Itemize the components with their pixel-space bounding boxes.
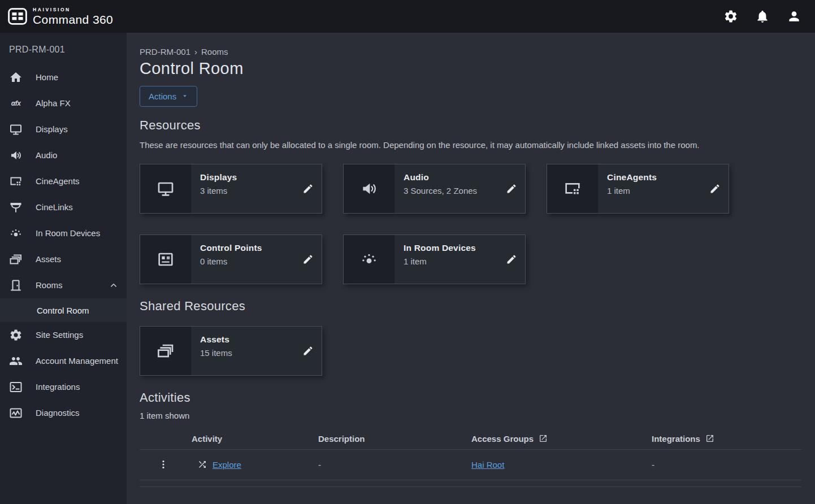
sidebar-item-label: Diagnostics	[36, 408, 80, 419]
rooms-icon	[9, 279, 23, 292]
resource-card-in-room-devices: In Room Devices 1 item	[343, 234, 526, 284]
chevron-up-icon	[109, 280, 119, 290]
card-body: CineAgents 1 item	[598, 164, 729, 213]
in-room-device-icon	[9, 227, 23, 240]
user-menu-button[interactable]	[787, 9, 801, 24]
resources-description: These are resources that can only be all…	[140, 138, 790, 151]
sidebar-item-label: CineLinks	[36, 202, 73, 213]
sidebar: PRD-RM-001 Home αfx Alpha FX Displays Au…	[0, 33, 127, 504]
card-body: In Room Devices 1 item	[395, 235, 525, 284]
card-title: Control Points	[200, 243, 297, 253]
topbar-actions	[723, 9, 801, 24]
sidebar-item-rooms[interactable]: Rooms	[0, 272, 127, 298]
sidebar-nav: Home αfx Alpha FX Displays Audio CineAge…	[0, 64, 127, 426]
activity-row: Explore - Hai Root -	[140, 450, 801, 480]
row-menu-button[interactable]	[140, 459, 169, 470]
card-subtitle: 1 item	[607, 186, 704, 195]
edit-displays-button[interactable]	[302, 183, 314, 194]
terminal-icon	[9, 380, 23, 394]
sidebar-item-label: Account Management	[36, 356, 118, 367]
sidebar-item-site-settings[interactable]: Site Settings	[0, 322, 127, 348]
card-title: In Room Devices	[404, 243, 500, 253]
card-subtitle: 3 items	[200, 186, 297, 195]
caret-down-icon	[181, 93, 188, 99]
sidebar-item-cinelinks[interactable]: CineLinks	[0, 194, 127, 220]
resources-cards: Displays 3 items Audio 3 Sources, 2 Zone…	[140, 164, 801, 284]
sidebar-item-diagnostics[interactable]: Diagnostics	[0, 400, 127, 426]
in-room-device-icon	[344, 235, 395, 284]
card-body: Assets 15 items	[191, 327, 322, 375]
breadcrumb-separator: ›	[194, 47, 197, 57]
pencil-icon	[506, 254, 517, 265]
assets-icon	[9, 253, 23, 266]
settings-button[interactable]	[723, 9, 738, 24]
edit-in-room-devices-button[interactable]	[506, 254, 517, 265]
card-body: Audio 3 Sources, 2 Zones	[395, 164, 525, 213]
brand-text: HAIVISION Command 360	[33, 7, 113, 26]
page-title: Control Room	[140, 60, 801, 78]
card-subtitle: 1 item	[404, 257, 500, 266]
open-access-groups-button[interactable]	[539, 434, 548, 443]
card-subtitle: 3 Sources, 2 Zones	[404, 186, 500, 195]
notifications-button[interactable]	[755, 9, 770, 24]
column-integrations: Integrations	[652, 434, 801, 444]
sidebar-item-home[interactable]: Home	[0, 64, 127, 90]
site-label: PRD-RM-001	[0, 33, 127, 64]
edit-control-points-button[interactable]	[302, 254, 314, 265]
sidebar-item-label: Audio	[36, 150, 57, 161]
breadcrumb-current[interactable]: Rooms	[201, 47, 228, 57]
column-activity: Activity	[192, 434, 318, 444]
sidebar-item-label: Home	[36, 72, 58, 83]
actions-button[interactable]: Actions	[140, 86, 197, 107]
sidebar-item-label: Alpha FX	[36, 98, 71, 109]
explore-icon	[197, 459, 207, 470]
gear-icon	[723, 9, 738, 24]
kebab-icon	[158, 459, 169, 470]
activities-count: 1 item shown	[140, 411, 801, 420]
sidebar-item-control-room[interactable]: Control Room	[0, 298, 127, 322]
sidebar-item-account-management[interactable]: Account Management	[0, 348, 127, 374]
pencil-icon	[709, 183, 721, 194]
external-link-icon	[539, 434, 548, 443]
edit-audio-button[interactable]	[506, 183, 517, 194]
sidebar-item-in-room-devices[interactable]: In Room Devices	[0, 220, 127, 246]
card-title: Audio	[404, 172, 500, 183]
activity-cell: Explore	[192, 459, 318, 470]
pencil-icon	[302, 254, 314, 265]
column-access-groups: Access Groups	[471, 434, 652, 444]
description-cell: -	[318, 460, 471, 470]
shared-resources-cards: Assets 15 items	[140, 326, 801, 376]
brand: HAIVISION Command 360	[7, 7, 113, 26]
sidebar-item-assets[interactable]: Assets	[0, 246, 127, 272]
card-body: Control Points 0 items	[191, 235, 322, 284]
sidebar-item-integrations[interactable]: Integrations	[0, 374, 127, 400]
sidebar-item-audio[interactable]: Audio	[0, 142, 127, 168]
card-subtitle: 0 items	[200, 257, 297, 266]
app-window: HAIVISION Command 360 PRD-RM-001 Home αf…	[0, 0, 815, 504]
sidebar-item-label: Rooms	[36, 280, 63, 291]
edit-cineagents-button[interactable]	[709, 183, 721, 194]
resource-card-displays: Displays 3 items	[140, 164, 322, 214]
display-icon	[9, 123, 23, 136]
resources-heading: Resources	[140, 118, 801, 133]
shared-resources-heading: Shared Resources	[140, 299, 801, 314]
main-content: PRD-RM-001 › Rooms Control Room Actions …	[127, 33, 815, 504]
activity-explore-link[interactable]: Explore	[213, 460, 241, 470]
cineagents-icon	[9, 175, 23, 188]
home-icon	[9, 71, 23, 84]
brand-haivision: HAIVISION	[33, 7, 113, 12]
diagnostics-icon	[9, 406, 23, 420]
edit-assets-button[interactable]	[302, 345, 314, 357]
access-group-link[interactable]: Hai Root	[471, 460, 504, 470]
sidebar-item-cineagents[interactable]: CineAgents	[0, 168, 127, 194]
actions-button-label: Actions	[149, 92, 176, 101]
people-icon	[9, 354, 23, 368]
open-integrations-button[interactable]	[705, 434, 714, 443]
sidebar-item-displays[interactable]: Displays	[0, 116, 127, 142]
pencil-icon	[302, 183, 314, 194]
resource-card-cineagents: CineAgents 1 item	[547, 164, 729, 214]
column-label: Integrations	[652, 434, 700, 444]
sidebar-subitem-label: Control Room	[37, 306, 89, 315]
breadcrumb-parent[interactable]: PRD-RM-001	[140, 47, 190, 57]
sidebar-item-alpha-fx[interactable]: αfx Alpha FX	[0, 90, 127, 116]
